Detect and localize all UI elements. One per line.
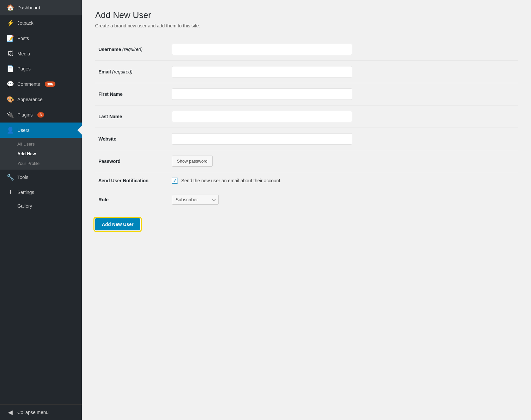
sidebar-item-label: Plugins <box>17 112 33 118</box>
add-new-user-button[interactable]: Add New User <box>95 218 140 230</box>
sidebar: 🏠 Dashboard ⚡ Jetpack 📝 Posts 🖼 Media 📄 … <box>0 0 82 420</box>
sidebar-item-gallery[interactable]: Gallery <box>0 199 82 213</box>
website-input[interactable] <box>172 133 352 145</box>
sidebar-item-posts[interactable]: 📝 Posts <box>0 31 82 46</box>
firstname-input[interactable] <box>172 88 352 100</box>
plugins-icon: 🔌 <box>7 111 14 119</box>
lastname-input[interactable] <box>172 111 352 122</box>
jetpack-icon: ⚡ <box>7 19 14 27</box>
firstname-label: First Name <box>95 83 169 106</box>
sidebar-item-label: Settings <box>17 190 34 195</box>
sidebar-item-label: Tools <box>17 175 28 180</box>
lastname-label: Last Name <box>95 106 169 128</box>
sidebar-item-dashboard[interactable]: 🏠 Dashboard <box>0 0 82 15</box>
notification-checkbox[interactable] <box>172 178 178 184</box>
sidebar-item-jetpack[interactable]: ⚡ Jetpack <box>0 15 82 31</box>
email-input[interactable] <box>172 66 352 77</box>
sidebar-item-pages[interactable]: 📄 Pages <box>0 61 82 76</box>
notification-text: Send the new user an email about their a… <box>181 178 281 183</box>
sidebar-item-tools[interactable]: 🔧 Tools <box>0 170 82 185</box>
password-row: Password Show password <box>95 150 518 172</box>
dashboard-icon: 🏠 <box>7 4 14 11</box>
sidebar-item-plugins[interactable]: 🔌 Plugins 3 <box>0 107 82 123</box>
email-label: Email (required) <box>95 61 169 83</box>
notification-label: Send User Notification <box>95 172 169 189</box>
sidebar-item-label: Posts <box>17 36 29 41</box>
lastname-row: Last Name <box>95 106 518 128</box>
submenu-your-profile[interactable]: Your Profile <box>0 159 82 168</box>
pages-icon: 📄 <box>7 65 14 72</box>
role-select[interactable]: Subscriber Contributor Author Editor Adm… <box>172 195 219 205</box>
email-row: Email (required) <box>95 61 518 83</box>
firstname-row: First Name <box>95 83 518 106</box>
sidebar-item-label: Jetpack <box>17 20 33 26</box>
collapse-label: Collapse menu <box>17 410 48 415</box>
posts-icon: 📝 <box>7 35 14 42</box>
password-label: Password <box>95 150 169 172</box>
website-label: Website <box>95 128 169 150</box>
sidebar-item-users[interactable]: 👤 Users <box>0 123 82 138</box>
appearance-icon: 🎨 <box>7 96 14 103</box>
notification-control: Send the new user an email about their a… <box>172 178 514 184</box>
sidebar-item-media[interactable]: 🖼 Media <box>0 46 82 61</box>
website-row: Website <box>95 128 518 150</box>
sidebar-item-label: Media <box>17 51 30 56</box>
users-icon: 👤 <box>7 127 14 134</box>
sidebar-item-label: Comments <box>17 81 40 87</box>
media-icon: 🖼 <box>7 50 14 57</box>
role-label: Role <box>95 189 169 210</box>
username-row: Username (required) <box>95 38 518 61</box>
show-password-button[interactable]: Show password <box>172 156 213 167</box>
page-title: Add New User <box>95 10 518 20</box>
sidebar-item-appearance[interactable]: 🎨 Appearance <box>0 92 82 107</box>
notification-row: Send User Notification Send the new user… <box>95 172 518 189</box>
submenu-all-users[interactable]: All Users <box>0 139 82 149</box>
sidebar-item-label: Pages <box>17 66 31 71</box>
collapse-icon: ◀ <box>7 409 14 416</box>
users-submenu: All Users Add New Your Profile <box>0 138 82 170</box>
sidebar-collapse[interactable]: ◀ Collapse menu <box>0 404 82 420</box>
comments-icon: 💬 <box>7 80 14 88</box>
sidebar-item-label: Dashboard <box>17 5 40 10</box>
sidebar-item-settings[interactable]: ⬇ Settings <box>0 185 82 199</box>
role-row: Role Subscriber Contributor Author Edito… <box>95 189 518 210</box>
plugins-badge: 3 <box>37 112 44 118</box>
tools-icon: 🔧 <box>7 174 14 181</box>
main-content: Add New User Create a brand new user and… <box>82 0 531 420</box>
sidebar-item-comments[interactable]: 💬 Comments 306 <box>0 76 82 92</box>
add-user-form: Username (required) Email (required) Fir… <box>95 38 518 210</box>
sidebar-item-label: Users <box>17 128 30 133</box>
page-subtitle: Create a brand new user and add them to … <box>95 23 518 28</box>
sidebar-item-label: Gallery <box>17 203 32 209</box>
username-label: Username (required) <box>95 38 169 61</box>
sidebar-arrow <box>77 126 82 135</box>
submenu-add-new[interactable]: Add New <box>0 149 82 159</box>
sidebar-item-label: Appearance <box>17 97 43 102</box>
settings-icon: ⬇ <box>7 189 14 195</box>
username-input[interactable] <box>172 44 352 55</box>
comments-badge: 306 <box>45 81 55 87</box>
